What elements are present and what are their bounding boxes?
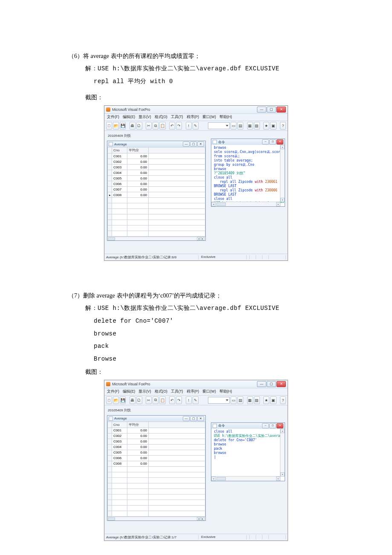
menu-help[interactable]: 帮助(H) xyxy=(219,389,232,394)
cmd-hscroll[interactable]: ◂ ▸ xyxy=(211,202,280,206)
cell-cno[interactable]: C008 xyxy=(112,192,127,198)
table-row[interactable]: C0010.00 xyxy=(108,428,205,433)
scroll-left-icon[interactable]: ◂ xyxy=(211,477,216,481)
cmd-min-button[interactable]: — xyxy=(262,139,269,145)
new-icon[interactable]: □ xyxy=(106,396,112,404)
cell-cno[interactable]: C005 xyxy=(112,450,127,455)
menu-view[interactable]: 显示(V) xyxy=(138,115,151,120)
form-icon[interactable]: ▭ xyxy=(231,396,236,404)
scroll-thumb[interactable] xyxy=(216,477,226,480)
cmd-max-button[interactable]: ▢ xyxy=(269,139,276,145)
cell-cno[interactable]: C004 xyxy=(112,170,127,176)
maximize-button[interactable]: ▢ xyxy=(267,381,276,387)
cell-cno[interactable]: C004 xyxy=(112,444,127,450)
cell-avg[interactable]: 0.00 xyxy=(127,181,149,187)
close-button[interactable]: ✕ xyxy=(277,107,286,113)
menu-program[interactable]: 程序(P) xyxy=(187,389,199,394)
maximize-button[interactable]: ▢ xyxy=(267,107,276,113)
table-row[interactable]: C0030.00 xyxy=(108,165,205,170)
menu-window[interactable]: 窗口(W) xyxy=(202,115,216,120)
menu-help[interactable]: 帮助(H) xyxy=(219,115,232,120)
menu-file[interactable]: 文件(F) xyxy=(107,389,119,394)
scroll-thumb[interactable] xyxy=(108,517,115,520)
cell-cno[interactable]: C001 xyxy=(112,428,127,433)
wizard-icon[interactable]: ★ xyxy=(263,122,269,130)
menu-window[interactable]: 窗口(W) xyxy=(202,389,216,394)
autoform-icon[interactable]: ▦ xyxy=(247,122,253,130)
database-combo[interactable] xyxy=(208,122,230,129)
modify-icon[interactable]: ✎ xyxy=(193,122,199,130)
autoreport-icon[interactable]: ▧ xyxy=(254,122,260,130)
table-row[interactable]: C0060.00 xyxy=(108,181,205,187)
new-icon[interactable]: □ xyxy=(106,122,112,130)
scroll-left-icon[interactable]: ◂ xyxy=(211,202,216,206)
cell-avg[interactable]: 0.00 xyxy=(127,176,149,181)
col-cno-header[interactable]: Cno xyxy=(112,422,127,428)
menu-file[interactable]: 文件(F) xyxy=(107,115,119,120)
print-icon[interactable]: 🖶 xyxy=(130,396,135,404)
cell-avg[interactable]: 0.00 xyxy=(127,455,149,461)
cmd-max-button[interactable]: ▢ xyxy=(269,423,276,428)
cell-cno[interactable]: C006 xyxy=(112,455,127,461)
preview-icon[interactable]: 🗋 xyxy=(136,122,142,130)
table-row[interactable]: C0060.00 xyxy=(108,455,205,461)
menu-view[interactable]: 显示(V) xyxy=(138,389,151,394)
menu-tools[interactable]: 工具(T) xyxy=(171,115,183,120)
database-combo[interactable] xyxy=(208,397,230,404)
redo-icon[interactable]: ↷ xyxy=(176,396,182,404)
cmd-close-button[interactable]: ✕ xyxy=(277,423,283,428)
cell-avg[interactable]: 0.00 xyxy=(127,461,149,466)
help-icon[interactable]: ? xyxy=(280,396,286,404)
scroll-down-icon[interactable]: ▾ xyxy=(280,198,285,202)
cell-avg[interactable]: 0.00 xyxy=(127,450,149,455)
spin-right-icon[interactable]: ▸ xyxy=(201,237,205,240)
table-row[interactable]: C0020.00 xyxy=(108,159,205,165)
save-icon[interactable]: 💾 xyxy=(120,396,126,404)
cell-avg[interactable]: 0.00 xyxy=(127,187,149,192)
scroll-right-icon[interactable]: ▸ xyxy=(276,477,280,481)
cell-avg[interactable]: 0.00 xyxy=(127,433,149,439)
spin-left-icon[interactable]: ◂ xyxy=(197,237,201,240)
cell-cno[interactable]: C002 xyxy=(112,159,127,165)
run-icon[interactable]: ! xyxy=(186,122,192,130)
open-icon[interactable]: 📂 xyxy=(113,396,119,404)
grid-scrollbar[interactable]: ◂▸ xyxy=(107,237,205,240)
cell-cno[interactable]: C003 xyxy=(112,439,127,444)
menu-program[interactable]: 程序(P) xyxy=(187,115,199,120)
form-icon[interactable]: ▭ xyxy=(231,122,236,130)
cell-avg[interactable]: 0.00 xyxy=(127,192,149,198)
table-row[interactable]: C0050.00 xyxy=(108,176,205,181)
report-icon[interactable]: ▤ xyxy=(237,122,243,130)
cell-cno[interactable]: C005 xyxy=(112,176,127,181)
col-avg-header[interactable]: 平均分 xyxy=(127,422,149,428)
spin-right-icon[interactable]: ▸ xyxy=(201,517,205,520)
cell-cno[interactable]: C003 xyxy=(112,165,127,170)
cut-icon[interactable]: ✂ xyxy=(146,122,152,130)
table-row[interactable]: C0080.00 xyxy=(108,461,205,466)
spin-left-icon[interactable]: ◂ xyxy=(197,517,201,520)
table-row[interactable]: C0020.00 xyxy=(108,433,205,439)
help-icon[interactable]: ? xyxy=(280,122,286,130)
preview-icon[interactable]: 🗋 xyxy=(136,396,142,404)
autoform-icon[interactable]: ▦ xyxy=(247,396,253,404)
report-icon[interactable]: ▤ xyxy=(237,396,243,404)
close-button[interactable]: ✕ xyxy=(277,381,286,387)
modify-icon[interactable]: ✎ xyxy=(193,396,199,404)
browse-min-button[interactable]: — xyxy=(183,416,190,421)
col-cno-header[interactable]: Cno xyxy=(112,147,127,153)
cmd-vscroll[interactable]: ▴ ▾ xyxy=(280,429,285,477)
browse-close-button[interactable]: ✕ xyxy=(197,416,204,421)
scroll-up-icon[interactable]: ▴ xyxy=(280,145,285,149)
table-row[interactable]: C0050.00 xyxy=(108,450,205,455)
cell-avg[interactable]: 0.00 xyxy=(127,170,149,176)
table-row[interactable]: C0030.00 xyxy=(108,439,205,444)
menu-format[interactable]: 格式(O) xyxy=(155,115,167,120)
cmd-min-button[interactable]: — xyxy=(262,423,269,428)
table-row[interactable]: C0070.00 xyxy=(108,187,205,192)
cmd-close-button[interactable]: ✕ xyxy=(277,139,283,145)
col-avg-header[interactable]: 平均分 xyxy=(127,147,149,153)
undo-icon[interactable]: ↶ xyxy=(169,122,175,130)
cell-avg[interactable]: 0.00 xyxy=(127,444,149,450)
browse-max-button[interactable]: ▢ xyxy=(190,416,197,421)
menu-edit[interactable]: 编辑(E) xyxy=(123,389,135,394)
